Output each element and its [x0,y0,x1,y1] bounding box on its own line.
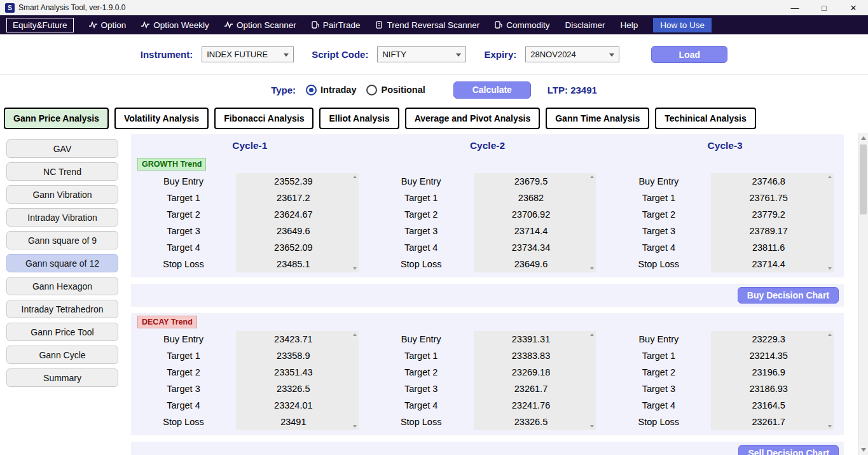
value-listbox-scrollbar[interactable] [589,174,595,272]
scroll-up-icon[interactable] [353,176,357,178]
row-value[interactable]: 23269.18 [474,364,589,381]
value-listbox-scrollbar[interactable] [827,174,833,272]
tab-volatility-analysis[interactable]: Volatility Analysis [114,108,209,129]
radio-intraday[interactable]: Intraday [306,85,356,95]
menu-item-equity-future[interactable]: Equity&Future [6,18,74,32]
menu-item-disclaimer[interactable]: Disclaimer [565,20,605,30]
scroll-down-icon[interactable] [590,267,594,270]
row-value[interactable]: 23351.43 [236,364,351,381]
row-value[interactable]: 23326.5 [236,381,351,397]
tab-techinical-analysis[interactable]: Techinical Analysis [655,108,755,129]
scroll-up-icon[interactable] [353,333,357,336]
row-value[interactable]: 23624.67 [236,206,351,223]
value-listbox-scrollbar[interactable] [352,174,358,272]
scroll-up-icon[interactable] [828,176,832,178]
row-value[interactable]: 23423.71 [236,331,351,347]
menu-item-commodity[interactable]: Commodity [495,20,549,30]
row-value[interactable]: 23789.17 [711,223,826,239]
scroll-down-icon[interactable] [590,425,594,428]
row-value[interactable]: 23811.6 [711,239,826,256]
sidebar-item-gav[interactable]: GAV [6,139,118,158]
buy-decision-chart-button[interactable]: Buy Decision Chart [738,287,839,304]
row-value[interactable]: 23649.6 [236,223,351,239]
row-value[interactable]: 23734.34 [474,239,589,256]
radio-positional-circle[interactable] [366,85,377,95]
row-value[interactable]: 23241.76 [474,397,589,414]
row-value[interactable]: 23261.7 [711,414,826,430]
instrument-select[interactable]: INDEX FUTURE [202,46,294,62]
menu-item-trend-reversal-scanner[interactable]: Trend Reversal Scanner [375,20,479,30]
value-listbox-scrollbar[interactable] [827,332,833,430]
row-value[interactable]: 23649.6 [474,256,589,272]
value-listbox[interactable]: 23391.3123383.8323269.1823261.723241.762… [474,331,596,430]
row-value[interactable]: 23383.83 [474,347,589,364]
sell-decision-chart-button[interactable]: Sell Decision Chart [738,445,839,455]
radio-positional[interactable]: Positional [366,85,425,95]
row-value[interactable]: 23164.5 [711,397,826,414]
value-listbox-scrollbar[interactable] [589,332,595,430]
menu-item-option-scanner[interactable]: Option Scanner [224,20,296,30]
sidebar-item-nc-trend[interactable]: NC Trend [6,162,118,181]
value-listbox[interactable]: 23746.823761.7523779.223789.1723811.6237… [711,173,834,272]
value-listbox-scrollbar[interactable] [352,332,358,430]
row-value[interactable]: 23196.9 [711,364,826,381]
menu-item-option-weekly[interactable]: Option Weekly [141,20,209,30]
sidebar-item-gann-vibration[interactable]: Gann Vibration [6,185,118,204]
scroll-down-icon[interactable] [353,425,357,428]
row-value[interactable]: 23652.09 [236,239,351,256]
value-listbox[interactable]: 23423.7123358.923351.4323326.523324.0123… [236,331,359,430]
row-value[interactable]: 23186.93 [711,381,826,397]
calculate-button[interactable]: Calculate [453,81,531,99]
menu-item-help[interactable]: Help [621,20,638,30]
row-value[interactable]: 23326.5 [474,414,589,430]
row-value[interactable]: 23491 [236,414,351,430]
scroll-down-icon[interactable] [828,425,832,428]
sidebar-item-intraday-vibration[interactable]: Intraday Vibration [6,208,118,227]
load-button[interactable]: Load [651,46,727,63]
scroll-up-icon[interactable] [590,333,594,336]
scroll-down-icon[interactable] [861,448,866,452]
scroll-down-icon[interactable] [353,267,357,270]
tab-gann-time-analysis[interactable]: Gann Time Analysis [546,108,649,129]
menu-item-how-to-use[interactable]: How to Use [653,18,712,32]
row-value[interactable]: 23714.4 [711,256,826,272]
row-value[interactable]: 23714.4 [474,223,589,239]
row-value[interactable]: 23779.2 [711,206,826,223]
close-button[interactable]: ✕ [839,0,868,15]
vertical-scrollbar[interactable] [858,133,868,455]
row-value[interactable]: 23261.7 [474,381,589,397]
sidebar-item-gann-square-of-12[interactable]: Gann square of 12 [6,254,118,272]
sidebar-item-gann-price-tool[interactable]: Gann Price Tool [6,323,118,341]
tab-fibonacci-analysis[interactable]: Fibonacci Analysis [214,108,313,129]
scroll-up-icon[interactable] [590,176,594,178]
sidebar-item-gann-cycle[interactable]: Gann Cycle [6,346,118,364]
value-listbox[interactable]: 23679.52368223706.9223714.423734.3423649… [474,173,596,272]
value-listbox[interactable]: 23552.3923617.223624.6723649.623652.0923… [236,173,359,272]
row-value[interactable]: 23358.9 [236,347,351,364]
sidebar-item-summary[interactable]: Summary [6,368,118,387]
expiry-select[interactable]: 28NOV2024 [525,46,619,62]
sidebar-item-gann-square-of-9[interactable]: Gann square of 9 [6,231,118,249]
scrollbar-thumb[interactable] [860,144,867,214]
minimize-button[interactable]: — [780,0,809,15]
value-listbox[interactable]: 23229.323214.3523196.923186.9323164.5232… [711,331,834,430]
row-value[interactable]: 23746.8 [711,173,826,190]
row-value[interactable]: 23617.2 [236,190,351,206]
script-code-select[interactable]: NIFTY [377,46,466,62]
row-value[interactable]: 23391.31 [474,331,589,347]
tab-gann-price-analysis[interactable]: Gann Price Analysis [4,108,109,129]
row-value[interactable]: 23679.5 [474,173,589,190]
row-value[interactable]: 23761.75 [711,190,826,206]
menu-item-option[interactable]: Option [89,20,127,30]
maximize-button[interactable]: □ [809,0,839,15]
sidebar-item-gann-hexagon[interactable]: Gann Hexagon [6,277,118,295]
scroll-down-icon[interactable] [828,267,832,270]
scroll-up-icon[interactable] [861,136,866,140]
scroll-up-icon[interactable] [828,333,832,336]
row-value[interactable]: 23682 [474,190,589,206]
row-value[interactable]: 23485.1 [236,256,351,272]
radio-intraday-circle[interactable] [306,85,317,95]
row-value[interactable]: 23214.35 [711,347,826,364]
tab-average-and-pivot-analysis[interactable]: Average and Pivot Analysis [405,108,541,129]
row-value[interactable]: 23552.39 [236,173,351,190]
